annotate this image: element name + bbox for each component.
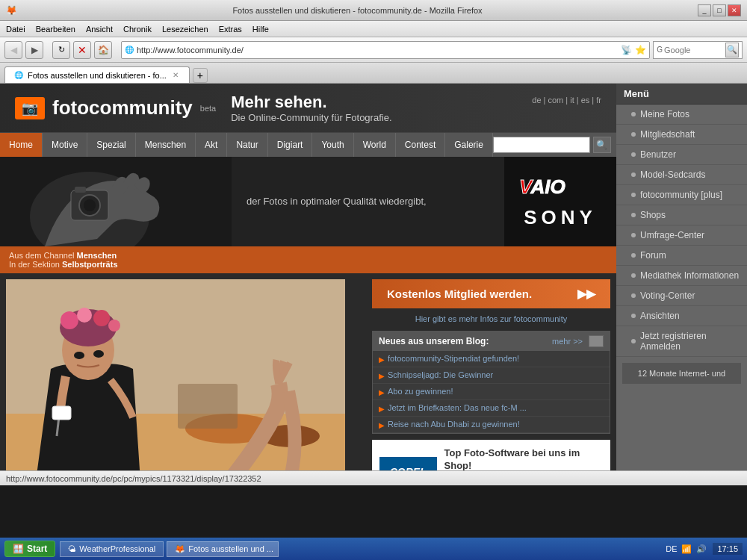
corel-logo: COREL [379,457,437,470]
blog-item-1: ▶ Schnipseljagd: Die Gewinner [373,367,610,384]
blog-arrow-icon: ▶ [379,405,385,413]
logo-area: 📷 fotocommunitybeta [15,96,216,119]
sidebar-item-fc-plus[interactable]: fotocommunity [plus] [616,185,747,205]
tab-close-button[interactable]: ✕ [171,71,180,80]
close-button[interactable]: ✕ [728,4,741,16]
blog-title: Neues aus unserem Blog: [379,336,489,346]
svg-rect-5 [75,187,86,193]
more-info-link[interactable]: Hier gibt es mehr Infos zur fotocommunit… [415,314,568,323]
sidebar-bullet-icon [631,152,636,157]
sidebar-item-benutzer[interactable]: Benutzer [616,145,747,165]
section-link[interactable]: Selbstporträts [62,260,118,269]
sidebar-bullet-icon [631,314,636,318]
sidebar-item-meine-fotos[interactable]: Meine Fotos [616,105,747,125]
blog-link-2[interactable]: Abo zu gewinnen! [388,387,453,396]
search-button[interactable]: 🔍 [725,43,739,57]
sidebar-bullet-icon [631,293,636,298]
blog-link-1[interactable]: Schnipseljagd: Die Gewinner [388,370,493,379]
blog-link-0[interactable]: fotocommunity-Stipendiat gefunden! [388,354,519,363]
tagline-area: Mehr sehen. Die Online-Community für Fot… [231,93,391,123]
address-input[interactable] [137,46,618,55]
maximize-button[interactable]: □ [713,4,726,16]
ad-banner: COREL Top Foto-Software bei uns im Shop!… [372,440,610,470]
menu-chronik[interactable]: Chronik [123,25,152,34]
nav-tab-menschen[interactable]: Menschen [136,133,196,157]
blog-link-4[interactable]: Reise nach Abu Dhabi zu gewinnen! [388,420,520,429]
nav-search-button[interactable]: 🔍 [593,137,611,153]
reload-button[interactable]: ↻ [52,41,70,59]
left-content [0,273,366,470]
sidebar-item-registrieren[interactable]: Jetzt registrieren Anmelden [616,326,747,357]
search-engine-label: G [657,46,663,54]
site-header: 📷 fotocommunitybeta Mehr sehen. Die Onli… [0,84,616,133]
ad-text: Top Foto-Software bei uns im Shop! [444,447,603,470]
sidebar-item-ansichten[interactable]: Ansichten [616,306,747,326]
nav-tab-world[interactable]: World [354,133,396,157]
tagline-sub: Die Online-Community für Fotografie. [231,112,391,123]
sidebar-item-mitgliedschaft[interactable]: Mitgliedschaft [616,125,747,145]
channel-info: Aus dem Channel Menschen In der Sektion … [9,251,118,269]
address-bar: 🌐 📡 ⭐ [121,41,650,59]
menu-datei[interactable]: Datei [6,25,25,34]
language-selector[interactable]: de | com | it | es | fr [532,96,601,105]
nav-tab-natur[interactable]: Natur [227,133,267,157]
blog-item-3: ▶ Jetzt im Briefkasten: Das neue fc-M ..… [373,400,610,417]
navigation-bar: Home Motive Spezial Menschen Akt Natur D… [0,133,616,157]
info-link: Hier gibt es mehr Infos zur fotocommunit… [372,314,610,323]
new-tab-button[interactable]: + [193,68,208,83]
browser-toolbar: ◀ ▶ ↻ ✕ 🏠 🌐 📡 ⭐ G 🔍 [0,37,747,63]
nav-tab-galerie[interactable]: Galerie [445,133,493,157]
back-button[interactable]: ◀ [4,41,22,59]
menu-lesezeichen[interactable]: Lesezeichen [162,25,208,34]
blog-more-link[interactable]: mehr >> [552,337,583,346]
tab-label: Fotos ausstellen und diskutieren - fo... [28,71,167,80]
menu-ansicht[interactable]: Ansicht [86,25,113,34]
stop-button[interactable]: ✕ [73,41,91,59]
featured-photo[interactable] [6,279,345,470]
svg-point-14 [61,311,78,329]
menu-bearbeiten[interactable]: Bearbeiten [36,25,75,34]
svg-point-15 [77,308,92,323]
search-bar: G 🔍 [653,41,743,59]
nav-tab-home[interactable]: Home [0,133,43,157]
nav-tab-contest[interactable]: Contest [396,133,445,157]
sidebar-item-model-sedcards[interactable]: Model-Sedcards [616,165,747,185]
nav-tabs: Home Motive Spezial Menschen Akt Natur D… [0,133,493,157]
forward-button[interactable]: ▶ [25,41,43,59]
sidebar-item-forum[interactable]: Forum [616,246,747,266]
blog-link-3[interactable]: Jetzt im Briefkasten: Das neue fc-M ... [388,403,527,412]
blog-section: Neues aus unserem Blog: mehr >> ▶ fotoco… [372,331,610,434]
tab-fotocommunity[interactable]: 🌐 Fotos ausstellen und diskutieren - fo.… [4,66,190,83]
nav-tab-akt[interactable]: Akt [196,133,227,157]
logo-text[interactable]: fotocommunity [52,96,193,119]
nav-tab-spezial[interactable]: Spezial [87,133,135,157]
menu-hilfe[interactable]: Hilfe [252,25,269,34]
sidebar-bullet-icon [631,339,636,343]
sidebar-item-umfrage-center[interactable]: Umfrage-Center [616,225,747,246]
bookmark-star-icon[interactable]: ⭐ [635,45,646,55]
minimize-button[interactable]: _ [698,4,711,16]
banner-image [0,157,232,246]
menu-extras[interactable]: Extras [219,25,242,34]
register-arrows: ▶▶ [577,287,595,301]
main-content: 📷 fotocommunitybeta Mehr sehen. Die Onli… [0,84,616,470]
nav-tab-motive[interactable]: Motive [43,133,87,157]
sidebar-bullet-icon [631,273,636,278]
nav-search-input[interactable] [493,137,590,153]
sidebar-item-mediathek[interactable]: Mediathek Informationen [616,266,747,286]
window-controls: _ □ ✕ [698,4,741,16]
search-input[interactable] [664,46,724,55]
banner-text: der Fotos in optimaler Qualität wiedergi… [232,187,504,216]
nav-tab-digiart[interactable]: Digiart [268,133,313,157]
sidebar-item-shops[interactable]: Shops [616,205,747,225]
channel-link[interactable]: Menschen [77,251,117,260]
home-button[interactable]: 🏠 [94,41,112,59]
nav-tab-youth[interactable]: Youth [312,133,353,157]
sidebar-promo: 12 Monate Internet- und [622,363,741,384]
rss-icon[interactable]: 📡 [621,45,632,55]
sidebar-bullet-icon [631,193,636,197]
sidebar-item-voting-center[interactable]: Voting-Center [616,286,747,306]
sidebar: Menü Meine Fotos Mitgliedschaft Benutzer… [616,84,747,470]
website-content: 📷 fotocommunitybeta Mehr sehen. Die Onli… [0,84,747,470]
register-button[interactable]: Kostenlos Mitglied werden. ▶▶ [372,279,610,308]
